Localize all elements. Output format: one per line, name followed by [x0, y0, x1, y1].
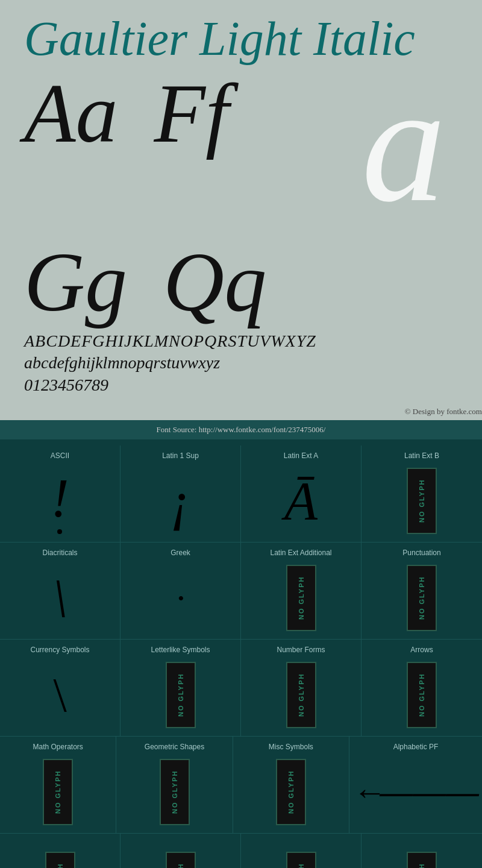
- glyph-cell-numberforms: Number Forms NO GLYPH: [241, 640, 362, 736]
- label-numberforms: Number Forms: [277, 646, 325, 654]
- glyph-row2: Gg Qq: [24, 240, 458, 324]
- lowercase-alphabet: abcdefghijklmnopqrstuvwxyz: [24, 352, 458, 374]
- glyph-cell-alphabeticpf: Alphabetic PF ← ———: [349, 737, 482, 833]
- glyph-cell-latinextadd: Latin Ext Additional NO GLYPH: [241, 542, 362, 639]
- label-latin1sup: Latin 1 Sup: [162, 451, 199, 460]
- font-preview-area: Gaultier Light Italic Aa Ff a Gg Qq ABCD…: [0, 0, 482, 402]
- label-latinextb: Latin Ext B: [404, 451, 439, 460]
- symbol-diacriticals: \: [52, 562, 67, 634]
- no-glyph-badge-6: NO GLYPH: [407, 662, 437, 728]
- glyph-row-3: Currency Symbols \ Letterlike Symbols NO…: [0, 640, 482, 737]
- glyph-row-4: Math Operators NO GLYPH Geometric Shapes…: [0, 737, 482, 834]
- label-alphabeticpf: Alphabetic PF: [393, 743, 439, 751]
- symbol-punctuation-noglyph: NO GLYPH: [407, 562, 437, 634]
- source-bar: Font Source: http://www.fontke.com/font/…: [0, 420, 482, 439]
- glyph-qq: Qq: [163, 240, 266, 324]
- no-glyph-badge-4: NO GLYPH: [166, 662, 196, 728]
- symbol-letterlike-noglyph: NO GLYPH: [166, 659, 196, 731]
- glyph-row-5: NO GLYPH NO GLYPH NO GLYPH NO GLYPH: [0, 834, 482, 868]
- symbol-row5-3-noglyph: NO GLYPH: [286, 844, 316, 868]
- symbol-alphabeticpf-arrow: ← ———: [352, 756, 479, 828]
- glyph-gg: Gg: [24, 240, 127, 324]
- symbol-currency: \: [53, 659, 66, 731]
- no-glyph-badge-7: NO GLYPH: [43, 759, 73, 825]
- alphabet-area: ABCDEFGHIJKLMNOPQRSTUVWXYZ abcdefghijklm…: [24, 330, 458, 396]
- label-arrows: Arrows: [410, 646, 433, 654]
- glyph-cell-geoshapes: Geometric Shapes NO GLYPH: [116, 737, 233, 833]
- glyph-ff: Ff: [154, 71, 229, 156]
- label-punctuation: Punctuation: [402, 549, 440, 557]
- no-glyph-badge-12: NO GLYPH: [286, 852, 316, 868]
- glyph-cell-row5-2: NO GLYPH: [120, 834, 241, 868]
- glyph-cell-currency: Currency Symbols \: [0, 640, 120, 736]
- no-glyph-badge-3: NO GLYPH: [407, 565, 437, 631]
- glyph-cell-latinexta: Latin Ext A Ā: [241, 445, 362, 542]
- label-ascii: ASCII: [51, 451, 69, 460]
- no-glyph-badge-10: NO GLYPH: [45, 852, 75, 868]
- label-latinextadd: Latin Ext Additional: [270, 549, 331, 557]
- glyph-grid: ASCII ! Latin 1 Sup ¡ Latin Ext A Ā Lati…: [0, 439, 482, 868]
- label-currency: Currency Symbols: [30, 646, 89, 654]
- no-glyph-badge-9: NO GLYPH: [276, 759, 306, 825]
- label-geoshapes: Geometric Shapes: [145, 743, 204, 751]
- glyph-cell-row5-1: NO GLYPH: [0, 834, 120, 868]
- numbers-display: 0123456789: [24, 374, 458, 396]
- glyph-cell-diacriticals: Diacriticals \: [0, 542, 120, 639]
- glyph-cell-row5-3: NO GLYPH: [241, 834, 362, 868]
- label-letterlike: Letterlike Symbols: [151, 646, 210, 654]
- symbol-row5-1-noglyph: NO GLYPH: [45, 844, 75, 868]
- glyph-aa: Aa: [24, 71, 118, 156]
- glyph-showcase: Aa Ff a: [24, 71, 458, 240]
- label-mathops: Math Operators: [33, 743, 83, 751]
- glyph-cell-greek: Greek ·: [120, 542, 241, 639]
- symbol-miscsymbols-noglyph: NO GLYPH: [276, 756, 306, 828]
- glyph-row-2: Diacriticals \ Greek · Latin Ext Additio…: [0, 542, 482, 640]
- no-glyph-badge-2: NO GLYPH: [286, 565, 316, 631]
- glyph-cell-latinextb: Latin Ext B NO GLYPH: [362, 445, 482, 542]
- symbol-row5-4-noglyph: NO GLYPH: [407, 844, 437, 868]
- glyph-cell-mathops: Math Operators NO GLYPH: [0, 737, 116, 833]
- symbol-latinexta: Ā: [284, 465, 318, 537]
- copyright-line: © Design by fontke.com: [0, 402, 482, 420]
- symbol-latin1sup: ¡: [170, 465, 191, 537]
- symbol-arrows-noglyph: NO GLYPH: [407, 659, 437, 731]
- glyph-cell-arrows: Arrows NO GLYPH: [362, 640, 482, 736]
- glyph-watermark-a: a: [362, 59, 446, 228]
- symbol-mathops-noglyph: NO GLYPH: [43, 756, 73, 828]
- no-glyph-badge-13: NO GLYPH: [407, 852, 437, 868]
- symbol-latinextb-noglyph: NO GLYPH: [407, 465, 437, 537]
- symbol-latinextadd-noglyph: NO GLYPH: [286, 562, 316, 634]
- symbol-ascii: !: [51, 465, 69, 537]
- glyph-cell-latin1sup: Latin 1 Sup ¡: [120, 445, 241, 542]
- label-miscsymbols: Misc Symbols: [269, 743, 313, 751]
- symbol-greek: ·: [176, 562, 185, 634]
- label-greek: Greek: [171, 549, 190, 557]
- label-diacriticals: Diacriticals: [42, 549, 77, 557]
- symbol-geoshapes-noglyph: NO GLYPH: [160, 756, 190, 828]
- glyph-row-1: ASCII ! Latin 1 Sup ¡ Latin Ext A Ā Lati…: [0, 445, 482, 542]
- no-glyph-badge: NO GLYPH: [407, 468, 437, 534]
- glyph-cell-row5-4: NO GLYPH: [362, 834, 482, 868]
- no-glyph-badge-11: NO GLYPH: [166, 852, 196, 868]
- glyph-cell-miscsymbols: Misc Symbols NO GLYPH: [233, 737, 349, 833]
- glyph-cell-letterlike: Letterlike Symbols NO GLYPH: [120, 640, 241, 736]
- uppercase-alphabet: ABCDEFGHIJKLMNOPQRSTUVWXYZ: [24, 330, 458, 352]
- glyph-cell-ascii: ASCII !: [0, 445, 120, 542]
- symbol-row5-2-noglyph: NO GLYPH: [166, 844, 196, 868]
- label-latinexta: Latin Ext A: [284, 451, 318, 460]
- symbol-numberforms-noglyph: NO GLYPH: [286, 659, 316, 731]
- no-glyph-badge-5: NO GLYPH: [286, 662, 316, 728]
- glyph-cell-punctuation: Punctuation NO GLYPH: [362, 542, 482, 639]
- no-glyph-badge-8: NO GLYPH: [160, 759, 190, 825]
